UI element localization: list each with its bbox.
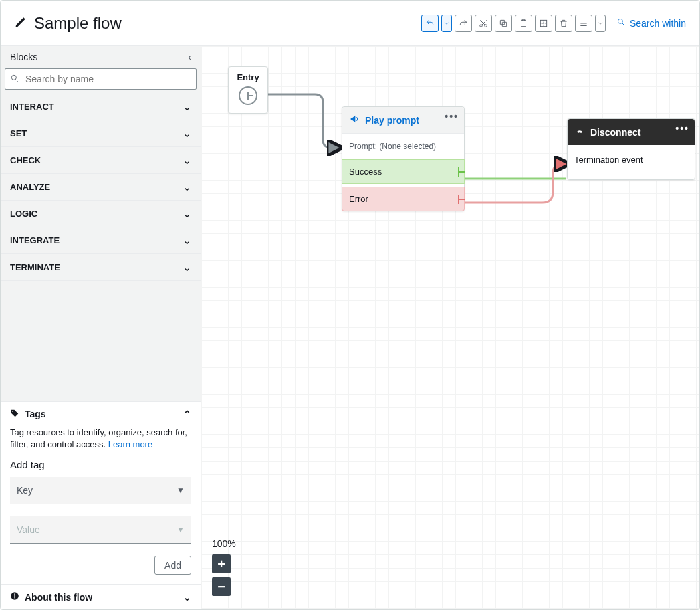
category-label: SET xyxy=(10,128,27,138)
chevron-down-icon: ⌄ xyxy=(183,154,191,167)
category-integrate[interactable]: INTEGRATE ⌄ xyxy=(1,227,201,254)
sidebar: Blocks ‹ INTERACT ⌄ SET ⌄ CHECK ⌄ ANALYZ… xyxy=(1,46,201,609)
category-analyze[interactable]: ANALYZE ⌄ xyxy=(1,174,201,201)
chevron-down-icon: ⌄ xyxy=(183,127,191,140)
undo-menu-button[interactable] xyxy=(441,15,452,32)
category-terminate[interactable]: TERMINATE ⌄ xyxy=(1,254,201,281)
zoom-level: 100% xyxy=(212,538,236,549)
svg-point-11 xyxy=(14,593,15,595)
main: Blocks ‹ INTERACT ⌄ SET ⌄ CHECK ⌄ ANALYZ… xyxy=(1,46,699,609)
node-disconnect[interactable]: Disconnect ••• Termination event xyxy=(567,118,695,180)
tags-description: Tag resources to identify, organize, sea… xyxy=(10,427,191,451)
sidebar-search xyxy=(1,68,201,94)
play-prompt-title: Play prompt xyxy=(365,115,419,126)
branch-error[interactable]: Error xyxy=(342,187,465,211)
svg-point-7 xyxy=(618,19,622,23)
add-tag-button[interactable]: Add xyxy=(154,556,191,575)
zoom-out-button[interactable]: − xyxy=(212,577,231,596)
search-within[interactable]: Search within xyxy=(616,17,686,29)
chevron-down-icon: ⌄ xyxy=(183,261,191,274)
disconnect-header[interactable]: Disconnect ••• xyxy=(568,119,695,145)
chevron-down-icon: ⌄ xyxy=(183,592,191,603)
entry-label: Entry xyxy=(233,72,263,82)
edit-icon xyxy=(14,15,27,31)
header: Sample flow xyxy=(1,1,699,46)
svg-point-0 xyxy=(480,24,483,27)
sidebar-collapse-button[interactable]: ‹ xyxy=(188,52,191,62)
snap-button[interactable] xyxy=(535,15,552,32)
category-label: CHECK xyxy=(10,155,41,165)
tag-value-select: Value ▼ xyxy=(10,516,191,544)
search-icon xyxy=(616,17,626,29)
chevron-down-icon: ⌄ xyxy=(183,181,191,193)
chevron-down-icon: ⌄ xyxy=(183,207,191,220)
title-area: Sample flow xyxy=(14,14,122,33)
paste-button[interactable] xyxy=(515,15,532,32)
zoom-controls: 100% + − xyxy=(212,538,236,596)
svg-point-1 xyxy=(485,24,487,27)
info-icon xyxy=(10,591,19,603)
about-panel[interactable]: About this flow ⌄ xyxy=(1,584,201,609)
category-logic[interactable]: LOGIC ⌄ xyxy=(1,201,201,227)
disconnect-body: Termination event xyxy=(568,145,695,179)
dropdown-icon: ▼ xyxy=(177,525,185,534)
svg-rect-12 xyxy=(14,595,15,599)
play-prompt-header[interactable]: Play prompt ••• xyxy=(342,107,464,134)
entry-port[interactable] xyxy=(239,86,257,105)
disconnect-icon xyxy=(574,126,585,138)
chevron-down-icon: ⌄ xyxy=(183,234,191,247)
svg-point-9 xyxy=(12,411,13,412)
category-interact[interactable]: INTERACT ⌄ xyxy=(1,94,201,120)
category-label: INTEGRATE xyxy=(10,235,60,245)
success-port[interactable] xyxy=(458,167,465,177)
category-set[interactable]: SET ⌄ xyxy=(1,120,201,147)
tags-panel: Tags ⌃ Tag resources to identify, organi… xyxy=(1,401,201,584)
arrange-menu-button[interactable] xyxy=(595,15,606,32)
add-tag-label: Add tag xyxy=(10,459,191,470)
delete-button[interactable] xyxy=(555,15,572,32)
toolbar: Search within xyxy=(421,15,686,32)
chevron-down-icon: ⌄ xyxy=(183,100,191,113)
search-within-label: Search within xyxy=(630,18,686,29)
node-play-prompt[interactable]: Play prompt ••• Prompt: (None selected) … xyxy=(342,106,465,211)
svg-point-8 xyxy=(11,75,16,80)
disconnect-title: Disconnect xyxy=(590,127,640,138)
tag-key-select[interactable]: Key ▼ xyxy=(10,477,191,504)
zoom-in-button[interactable]: + xyxy=(212,554,231,573)
tags-title: Tags xyxy=(25,409,46,419)
sidebar-title: Blocks xyxy=(10,52,37,62)
dropdown-icon: ▼ xyxy=(177,486,185,495)
copy-button[interactable] xyxy=(495,15,512,32)
page-title: Sample flow xyxy=(34,14,122,33)
speaker-icon xyxy=(349,114,360,126)
category-check[interactable]: CHECK ⌄ xyxy=(1,147,201,174)
chevron-up-icon: ⌃ xyxy=(183,409,191,419)
search-icon xyxy=(10,74,19,83)
redo-button[interactable] xyxy=(455,15,472,32)
cut-button[interactable] xyxy=(475,15,492,32)
node-menu-button[interactable]: ••• xyxy=(675,123,689,134)
undo-button[interactable] xyxy=(421,15,439,32)
category-label: TERMINATE xyxy=(10,262,60,272)
category-label: ANALYZE xyxy=(10,182,50,192)
about-title: About this flow xyxy=(25,592,92,603)
toolbar-buttons xyxy=(421,15,606,32)
tags-header[interactable]: Tags ⌃ xyxy=(10,409,191,420)
learn-more-link[interactable]: Learn more xyxy=(108,439,152,449)
branch-success[interactable]: Success xyxy=(342,159,465,184)
canvas[interactable]: Entry Play prompt ••• Prompt: (None sele… xyxy=(201,46,699,609)
play-prompt-body: Prompt: (None selected) xyxy=(342,134,464,159)
node-menu-button[interactable]: ••• xyxy=(445,111,459,122)
category-label: LOGIC xyxy=(10,209,37,219)
node-entry[interactable]: Entry xyxy=(228,66,268,114)
sidebar-header: Blocks ‹ xyxy=(1,46,201,68)
category-label: INTERACT xyxy=(10,102,54,112)
error-port[interactable] xyxy=(458,195,465,204)
arrange-button[interactable] xyxy=(575,15,592,32)
block-search-input[interactable] xyxy=(5,68,197,90)
tag-icon xyxy=(10,409,19,420)
